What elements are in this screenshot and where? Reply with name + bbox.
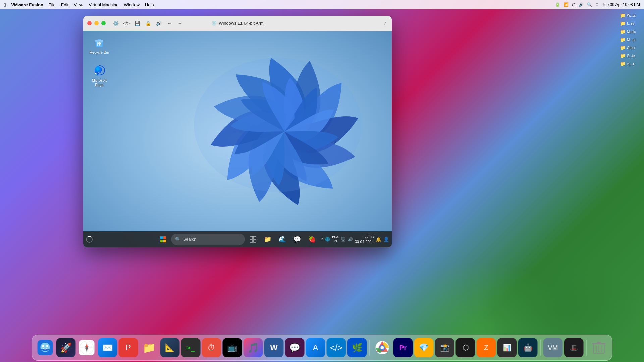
dock-screenium[interactable]: 📸 xyxy=(435,338,454,357)
dock-sourcetree[interactable]: 🌿 xyxy=(347,338,367,357)
apple-logo-icon[interactable]:  xyxy=(4,2,6,8)
language-indicator: ENG IN xyxy=(332,236,339,243)
dock-finder[interactable] xyxy=(36,338,55,357)
code-icon[interactable]: </> xyxy=(122,19,130,27)
menu-edit[interactable]: Edit xyxy=(61,2,68,7)
dock-android[interactable]: 🤖 xyxy=(518,338,538,357)
clock-time: 22:08 xyxy=(355,235,374,239)
audio-icon[interactable]: 🔊 xyxy=(155,19,163,27)
dock-zeplin[interactable]: Z xyxy=(477,338,496,357)
window-title-text: Windows 11 64-bit Arm xyxy=(219,21,264,26)
dock-safari[interactable] xyxy=(77,338,97,357)
dock-terminal[interactable]: >_ xyxy=(181,338,201,357)
dock-files[interactable]: 📁 xyxy=(140,338,159,357)
minimize-button[interactable] xyxy=(94,21,99,25)
app-name[interactable]: VMware Fusion xyxy=(11,2,43,7)
volume-icon[interactable]: 🔊 xyxy=(348,237,353,242)
recycle-bin-icon[interactable]: ♻ Recycle Bin xyxy=(87,34,111,56)
dock-retcon[interactable]: ⬡ xyxy=(456,338,475,357)
dock-launchpad[interactable]: 🚀 xyxy=(56,338,76,357)
window-titlebar: ⚙️ </> 💾 🔒 🔊 ← → 💿 Windows 11 64-bit Arm… xyxy=(83,16,392,31)
menu-window[interactable]: Window xyxy=(124,2,140,7)
menu-help[interactable]: Help xyxy=(145,2,154,7)
menu-file[interactable]: File xyxy=(49,2,56,7)
toolbar-icons: ⚙️ </> 💾 🔒 🔊 ← → xyxy=(112,19,184,27)
maximize-button[interactable] xyxy=(101,21,106,25)
chevron-icon[interactable]: ^ xyxy=(321,237,323,242)
svg-rect-14 xyxy=(250,236,253,239)
dock-word[interactable]: W xyxy=(264,338,284,357)
audio-icon: 🔊 xyxy=(579,2,584,7)
loading-indicator xyxy=(86,236,93,243)
dock-chrome[interactable] xyxy=(373,338,392,357)
svg-rect-16 xyxy=(250,240,253,242)
display-icon[interactable]: 🖥️ xyxy=(341,237,346,242)
network-icon[interactable]: 🌐 xyxy=(325,237,330,242)
dock-pockity[interactable]: P xyxy=(119,338,138,357)
finder-item-1[interactable]: 📁 W...ta xyxy=(619,12,643,19)
dock-sequence[interactable]: 📐 xyxy=(160,338,180,357)
win11-taskbar: 🔍 Search 📁 🌊 💬 xyxy=(83,231,392,247)
microsoft-edge-icon[interactable]: 🌊 Microsoft Edge xyxy=(87,62,111,88)
close-button[interactable] xyxy=(87,21,92,25)
task-view-button[interactable] xyxy=(246,233,260,246)
edge-taskbar-button[interactable]: 🌊 xyxy=(276,233,289,246)
finder-item-2[interactable]: 📁 I...es xyxy=(619,20,643,27)
back-icon[interactable]: ← xyxy=(165,19,173,27)
svg-point-20 xyxy=(42,345,44,347)
svg-rect-12 xyxy=(160,240,163,242)
svg-rect-4 xyxy=(98,39,101,40)
dock-music[interactable]: 🎵 xyxy=(244,338,263,357)
mac-dock: 🚀 ✉️ P 📁 📐 >_ ⏱ 📺 🎵 W 💬 xyxy=(32,335,612,361)
file-explorer-button[interactable]: 📁 xyxy=(261,233,274,246)
menu-virtual-machine[interactable]: Virtual Machine xyxy=(89,2,118,7)
start-button[interactable] xyxy=(156,233,170,246)
win11-desktop[interactable]: ♻ Recycle Bin 🌊 Mi xyxy=(83,31,392,247)
finder-item-7[interactable]: 📁 vc...r xyxy=(619,60,643,67)
svg-point-32 xyxy=(381,346,384,349)
folder-icon: 📁 xyxy=(620,37,626,42)
search-icon[interactable]: 🔍 xyxy=(587,2,592,7)
dock-vscode[interactable]: </> xyxy=(327,338,346,357)
expand-button[interactable]: ⤢ xyxy=(382,21,388,26)
dock-slack[interactable]: 💬 xyxy=(285,338,305,357)
taskbar-clock[interactable]: 22:08 30-04-2024 xyxy=(355,235,374,244)
finder-label-4: M...es xyxy=(627,38,636,42)
lock-icon[interactable]: 🔒 xyxy=(144,19,152,27)
teams-button[interactable]: 💬 xyxy=(290,233,304,246)
finder-item-5[interactable]: 📁 Other xyxy=(619,44,643,51)
finder-item-6[interactable]: 📁 S...te xyxy=(619,52,643,59)
settings-icon[interactable]: ⚙️ xyxy=(112,19,120,27)
taskbar-search[interactable]: 🔍 Search xyxy=(171,234,245,245)
dock-mail[interactable]: ✉️ xyxy=(98,338,117,357)
dock-apple-tv[interactable]: 📺 xyxy=(223,338,242,357)
notification-icon[interactable]: 🔔 xyxy=(376,237,381,242)
mac-menubar:  VMware Fusion File Edit View Virtual M… xyxy=(0,0,644,9)
window-title: 💿 Windows 11 64-bit Arm xyxy=(211,21,264,26)
svg-rect-11 xyxy=(163,236,166,239)
menu-view[interactable]: View xyxy=(74,2,83,7)
dock-timecamp[interactable]: ⏱ xyxy=(202,338,221,357)
svg-point-1 xyxy=(194,58,362,192)
dock-appstore[interactable]: A xyxy=(306,338,325,357)
finder-sidebar: 📁 W...ta 📁 I...es 📁 Music 📁 M...es 📁 Oth… xyxy=(617,9,644,70)
svg-rect-17 xyxy=(253,240,256,242)
svg-point-21 xyxy=(46,345,48,347)
snapshot-icon[interactable]: 💾 xyxy=(133,19,141,27)
dock-vmware[interactable]: VM xyxy=(543,338,563,357)
control-center-icon[interactable]: ⊙ xyxy=(595,2,599,7)
dock-bartender[interactable]: 🎩 xyxy=(564,338,584,357)
recycle-bin-image: ♻ xyxy=(93,36,106,49)
people-icon[interactable]: 👤 xyxy=(383,237,389,242)
finder-item-3[interactable]: 📁 Music xyxy=(619,28,643,35)
folder-icon: 📁 xyxy=(620,45,626,50)
forward-icon[interactable]: → xyxy=(176,19,184,27)
strawberry-button[interactable]: 🍓 xyxy=(305,233,319,246)
finder-label-2: I...es xyxy=(627,22,634,25)
dock-sketch[interactable]: 💎 xyxy=(414,338,434,357)
dock-istatmenus[interactable]: 📊 xyxy=(497,338,517,357)
dock-premiere[interactable]: Pr xyxy=(393,338,413,357)
finder-item-4[interactable]: 📁 M...es xyxy=(619,36,643,43)
dock-trash[interactable] xyxy=(589,338,609,357)
folder-icon: 📁 xyxy=(620,53,626,58)
